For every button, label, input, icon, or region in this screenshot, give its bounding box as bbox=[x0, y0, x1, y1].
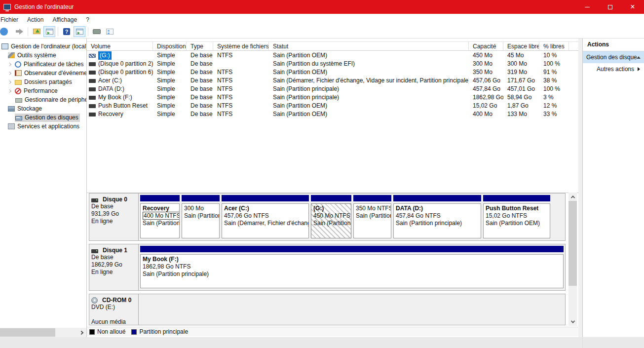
window-title: Gestion de l'ordinateur bbox=[14, 3, 74, 10]
column-header-espace-libre[interactable]: Espace libre bbox=[503, 42, 539, 50]
chevron-up-icon bbox=[570, 195, 574, 199]
expand-chevron-icon[interactable] bbox=[8, 62, 11, 66]
menu-item-affichage[interactable]: Affichage bbox=[48, 14, 81, 26]
partition[interactable]: Push Button Reset15,02 Go NTFSSain (Part… bbox=[483, 195, 550, 238]
volume-cell: 3 % bbox=[539, 93, 569, 102]
tree-item[interactable]: Gestion des disques bbox=[0, 113, 86, 122]
partition-body: Acer (C:)457,06 Go NTFSSain (Démarrer, F… bbox=[222, 203, 309, 238]
scrollbar-thumb[interactable] bbox=[0, 328, 55, 337]
volume-row[interactable]: RecoverySimpleDe baseNTFSSain (Partition… bbox=[87, 110, 578, 118]
partition-body: 300 MoSain (Partition du système EFI) bbox=[182, 203, 220, 238]
tree-item[interactable]: Services et applications bbox=[0, 122, 86, 131]
scroll-right-button[interactable] bbox=[77, 328, 85, 337]
volume-row[interactable]: (G:)SimpleDe baseNTFSSain (Partition OEM… bbox=[87, 51, 578, 60]
console-tree-panel: Gestion de l'ordinateur (local)Outils sy… bbox=[0, 39, 87, 337]
volume-name: Acer (C:) bbox=[98, 77, 122, 85]
eventlog-icon bbox=[15, 70, 22, 76]
tree-item[interactable]: Stockage bbox=[0, 104, 86, 113]
collapse-icon[interactable] bbox=[637, 56, 641, 59]
column-header-volume[interactable]: Volume bbox=[87, 42, 153, 50]
chevron-down-icon bbox=[570, 319, 574, 323]
menu-item-fichier[interactable]: Fichier bbox=[0, 14, 23, 26]
scroll-down-button[interactable] bbox=[568, 317, 577, 326]
column-header-capacit-[interactable]: Capacité bbox=[469, 42, 503, 50]
back-button[interactable] bbox=[0, 26, 12, 37]
disk-info-line: De base bbox=[91, 254, 136, 261]
volume-cell: 10 % bbox=[539, 51, 569, 60]
partition-type-bar bbox=[311, 195, 351, 201]
partition[interactable]: DATA (D:)457,84 Go NTFSSain (Partition p… bbox=[393, 195, 481, 238]
console-tree: Gestion de l'ordinateur (local)Outils sy… bbox=[0, 39, 86, 131]
partition[interactable]: 350 Mo NTFSSain (Partition OEM) bbox=[353, 195, 391, 238]
partition-size-focus-box: 400 Mo NTFS bbox=[143, 212, 180, 220]
actions-group-disk-management[interactable]: Gestion des disques bbox=[583, 51, 644, 63]
tree-item-label: Stockage bbox=[17, 105, 42, 112]
column-header-spacer bbox=[569, 42, 578, 50]
view-options-button[interactable] bbox=[104, 26, 115, 37]
help-button[interactable]: ? bbox=[61, 26, 73, 37]
tree-item[interactable]: Planificateur de tâches bbox=[0, 60, 86, 69]
scroll-up-button[interactable] bbox=[568, 193, 577, 201]
maximize-button[interactable] bbox=[599, 0, 621, 14]
column-header-type[interactable]: Type bbox=[187, 42, 213, 50]
disk-info-line: DVD (E:) bbox=[91, 304, 136, 311]
volume-row[interactable]: (Disque 0 partition 6)SimpleDe baseNTFSS… bbox=[87, 68, 578, 77]
diskmgmt-icon bbox=[15, 116, 22, 120]
volume-row[interactable]: Acer (C:)SimpleDe baseNTFSSain (Démarrer… bbox=[87, 77, 578, 85]
column-header--libres[interactable]: % libres bbox=[539, 42, 569, 50]
partition-status: Sain (Partition principale) bbox=[396, 220, 479, 227]
minimize-button[interactable] bbox=[576, 0, 599, 14]
pane-icon bbox=[76, 29, 83, 35]
partition[interactable]: Acer (C:)457,06 Go NTFSSain (Démarrer, F… bbox=[222, 195, 309, 238]
titlebar[interactable]: Gestion de l'ordinateur × bbox=[0, 0, 644, 14]
partition[interactable]: 300 MoSain (Partition du système EFI) bbox=[182, 195, 220, 238]
volume-row[interactable]: My Book (F:)SimpleDe baseNTFSSain (Parti… bbox=[87, 93, 578, 102]
partition[interactable]: (G:)450 Mo NTFSSain (Partition OEM) bbox=[311, 195, 351, 238]
tree-item[interactable]: Gestionnaire de périphériques bbox=[0, 95, 86, 104]
properties-button[interactable] bbox=[91, 26, 103, 37]
volume-row[interactable]: Push Button ResetSimpleDe baseNTFSSain (… bbox=[87, 102, 578, 110]
tree-item[interactable]: Outils système bbox=[0, 51, 86, 60]
disk-label[interactable]: CD-ROM 0DVD (E:) Aucun média bbox=[89, 294, 139, 325]
folder-up-button[interactable] bbox=[31, 26, 42, 37]
partition[interactable]: My Book (F:)1862,98 Go NTFSSain (Partiti… bbox=[140, 246, 564, 288]
forward-button[interactable] bbox=[13, 26, 25, 37]
tree-item[interactable]: Observateur d'événements bbox=[0, 69, 86, 77]
disk-info-line: 1862,99 Go bbox=[91, 261, 136, 269]
pane-button[interactable] bbox=[74, 26, 85, 37]
tree-horizontal-scrollbar[interactable] bbox=[0, 328, 86, 337]
menu-item-action[interactable]: Action bbox=[23, 14, 48, 26]
volume-row[interactable]: (Disque 0 partition 2)SimpleDe baseSain … bbox=[87, 60, 578, 68]
expand-chevron-icon[interactable] bbox=[8, 71, 11, 75]
disk-view-scrollbar[interactable] bbox=[568, 193, 577, 326]
volume-cell: 457,06 Go bbox=[469, 77, 503, 85]
clock-icon bbox=[15, 61, 21, 68]
scrollbar-thumb[interactable] bbox=[568, 201, 577, 286]
column-header-disposition[interactable]: Disposition bbox=[153, 42, 187, 50]
volume-cell: 38 % bbox=[539, 77, 569, 85]
partition-status: Sain (Partition principale) bbox=[143, 271, 561, 278]
tree-item[interactable]: Performance bbox=[0, 86, 86, 95]
menu-item-[interactable]: ? bbox=[81, 14, 94, 26]
more-actions-item[interactable]: Autres actions bbox=[583, 63, 644, 75]
tree-item[interactable]: Gestion de l'ordinateur (local) bbox=[0, 42, 86, 51]
volume-cell: 100 % bbox=[539, 60, 569, 68]
column-header-statut[interactable]: Statut bbox=[269, 42, 469, 50]
expand-chevron-icon[interactable] bbox=[8, 80, 11, 83]
panel-divider[interactable] bbox=[578, 39, 582, 337]
volume-cell: Simple bbox=[153, 60, 187, 68]
volume-cell: Sain (Partition OEM) bbox=[269, 68, 469, 77]
disk-label[interactable]: Disque 1De base1862,99 GoEn ligne bbox=[89, 244, 139, 290]
partition-status: Sain (Partition OEM) bbox=[356, 212, 389, 220]
volume-cell: 100 % bbox=[539, 85, 569, 93]
column-header-syst-me-de-fichiers[interactable]: Système de fichiers bbox=[213, 42, 269, 50]
close-button[interactable]: × bbox=[621, 0, 644, 14]
volume-cell: 12 % bbox=[539, 102, 569, 110]
partition[interactable]: Recovery400 Mo NTFSSain (Partition OEM) bbox=[140, 195, 180, 238]
tree-item[interactable]: Dossiers partagés bbox=[0, 77, 86, 86]
pane-button[interactable] bbox=[43, 26, 55, 37]
volume-row[interactable]: DATA (D:)SimpleDe baseNTFSSain (Partitio… bbox=[87, 85, 578, 93]
disk-label[interactable]: Disque 0De base931,39 GoEn ligne bbox=[89, 193, 139, 240]
expand-chevron-icon[interactable] bbox=[8, 89, 11, 92]
volume-name-cell: My Book (F:) bbox=[87, 93, 153, 102]
